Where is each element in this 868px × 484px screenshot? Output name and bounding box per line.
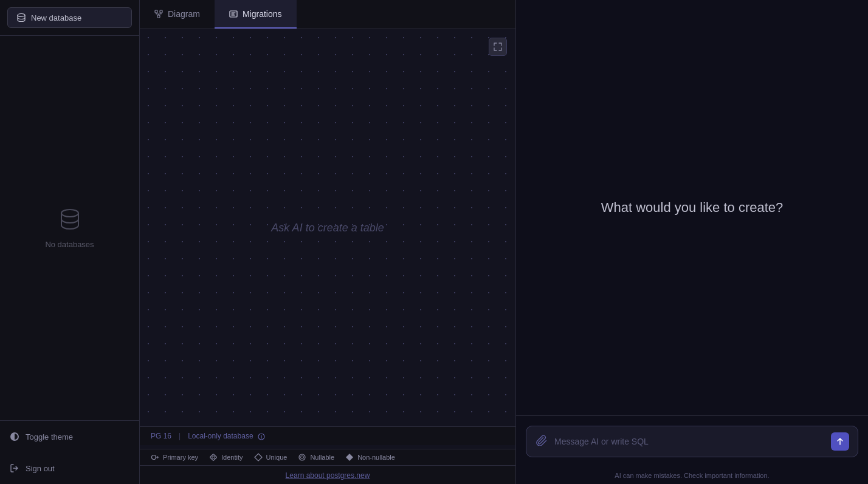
legend-primary-key-label: Primary key	[163, 454, 198, 461]
legend-identity: Identity	[209, 453, 243, 462]
tab-migrations[interactable]: Migrations	[215, 0, 297, 29]
non-nullable-legend-icon	[345, 453, 354, 462]
legend-bar: Primary key Identity Unique Nullable	[140, 449, 515, 465]
database-icon	[16, 13, 26, 22]
legend-primary-key: Primary key	[151, 453, 198, 462]
attach-button[interactable]	[535, 434, 548, 449]
tab-diagram[interactable]: Diagram	[140, 0, 215, 29]
status-bar: PG 16 | Local-only database	[140, 426, 515, 445]
svg-rect-4	[157, 15, 160, 18]
sign-out-label: Sign out	[26, 464, 55, 473]
ai-prompt: What would you like to create?	[589, 188, 796, 228]
svg-point-10	[299, 454, 305, 460]
legend-unique-label: Unique	[266, 454, 288, 461]
legend-non-nullable-label: Non-nullable	[357, 454, 395, 461]
ai-disclaimer: AI can make mistakes. Check important in…	[516, 467, 868, 484]
new-database-label: New database	[31, 13, 81, 22]
svg-point-11	[301, 456, 304, 459]
tabs-bar: Diagram Migrations	[140, 0, 515, 29]
expand-icon	[494, 43, 502, 51]
ai-input-area	[516, 415, 868, 467]
toggle-theme-label: Toggle theme	[26, 432, 73, 441]
new-database-button[interactable]: New database	[7, 7, 132, 28]
migrations-tab-icon	[229, 10, 238, 18]
ai-panel: What would you like to create? AI can ma…	[515, 0, 868, 484]
identity-legend-icon	[209, 453, 218, 462]
svg-point-1	[61, 210, 78, 217]
legend-identity-label: Identity	[221, 454, 243, 461]
svg-rect-8	[210, 454, 216, 460]
toggle-theme-icon	[10, 432, 19, 441]
pg-version: PG 16	[151, 432, 171, 440]
sidebar: New database No databases Toggle theme S…	[0, 0, 140, 484]
expand-button[interactable]	[489, 38, 507, 56]
svg-rect-3	[160, 10, 162, 13]
legend-nullable: Nullable	[298, 453, 334, 462]
legend-unique: Unique	[254, 453, 288, 462]
legend-non-nullable: Non-nullable	[345, 453, 395, 462]
db-type: Local-only database	[188, 432, 265, 440]
svg-point-0	[18, 14, 25, 17]
send-icon	[836, 437, 844, 446]
attach-icon	[536, 435, 547, 446]
sidebar-top: New database	[0, 0, 139, 36]
svg-rect-2	[155, 10, 157, 13]
sidebar-bottom: Toggle theme Sign out	[0, 420, 139, 484]
status-separator: |	[179, 432, 181, 440]
no-databases-icon	[58, 207, 82, 234]
sidebar-content: No databases	[0, 36, 139, 420]
diagram-hint: Ask AI to create a table	[271, 222, 384, 234]
tab-diagram-label: Diagram	[168, 9, 200, 19]
send-button[interactable]	[831, 432, 849, 451]
footer-bar: Learn about postgres.new	[140, 465, 515, 484]
sign-out-button[interactable]: Sign out	[0, 452, 139, 484]
ai-chat-area: What would you like to create?	[516, 0, 868, 415]
sign-out-icon	[10, 463, 19, 473]
primary-key-legend-icon	[151, 453, 159, 462]
ai-input-box	[526, 426, 858, 457]
no-databases-label: No databases	[45, 240, 94, 249]
tab-migrations-label: Migrations	[243, 9, 282, 19]
unique-legend-icon	[254, 453, 263, 462]
learn-link[interactable]: Learn about postgres.new	[286, 471, 370, 480]
ai-message-input[interactable]	[554, 437, 825, 446]
main-area: Diagram Migrations Ask AI to create a ta…	[140, 0, 515, 484]
db-type-label: Local-only database	[188, 432, 253, 440]
svg-rect-9	[212, 456, 215, 458]
toggle-theme-button[interactable]: Toggle theme	[0, 421, 139, 452]
legend-nullable-label: Nullable	[310, 454, 334, 461]
nullable-legend-icon	[298, 453, 306, 462]
ai-disclaimer-text: AI can make mistakes. Check important in…	[615, 472, 769, 479]
info-icon	[258, 433, 265, 440]
diagram-tab-icon	[154, 10, 163, 18]
diagram-canvas: Ask AI to create a table	[140, 29, 515, 426]
